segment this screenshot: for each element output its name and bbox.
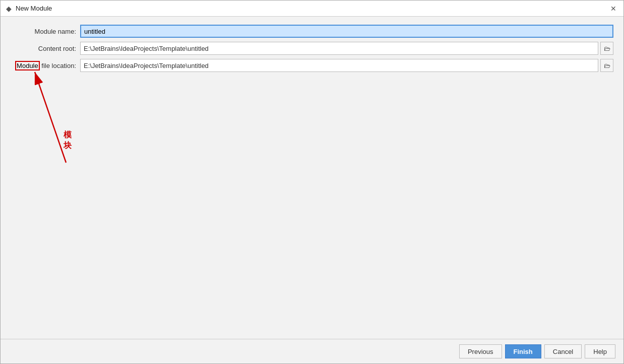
content-root-label: Content root: bbox=[11, 45, 76, 52]
cancel-button[interactable]: Cancel bbox=[544, 344, 582, 358]
dialog-content: Module name: Content root: 🗁 Module bbox=[1, 17, 623, 339]
annotation-text: 模块 bbox=[64, 130, 72, 151]
content-root-browse-button[interactable]: 🗁 bbox=[600, 42, 613, 55]
module-file-input[interactable] bbox=[80, 59, 598, 72]
module-file-label: Module file location: bbox=[11, 61, 76, 70]
window-icon: ◆ bbox=[5, 5, 13, 13]
module-highlight: Module bbox=[15, 61, 40, 70]
form-area: Module name: Content root: 🗁 Module bbox=[11, 25, 613, 72]
folder-icon: 🗁 bbox=[604, 45, 610, 52]
svg-line-1 bbox=[35, 72, 66, 163]
previous-button[interactable]: Previous bbox=[459, 344, 502, 358]
window-title: New Module bbox=[16, 5, 52, 12]
module-name-row: Module name: bbox=[11, 25, 613, 38]
content-root-row: Content root: 🗁 bbox=[11, 42, 613, 55]
folder-icon-2: 🗁 bbox=[604, 62, 610, 69]
title-bar: ◆ New Module ✕ bbox=[1, 1, 623, 17]
module-name-label: Module name: bbox=[11, 28, 76, 35]
content-root-input[interactable] bbox=[80, 42, 598, 55]
finish-button[interactable]: Finish bbox=[505, 344, 541, 358]
dialog-footer: Previous Finish Cancel Help bbox=[1, 339, 623, 363]
module-file-browse-button[interactable]: 🗁 bbox=[600, 59, 613, 72]
module-name-input[interactable] bbox=[80, 25, 613, 38]
help-button[interactable]: Help bbox=[585, 344, 615, 358]
content-root-input-wrapper: 🗁 bbox=[80, 42, 613, 55]
module-name-input-wrapper bbox=[80, 25, 613, 38]
module-file-input-wrapper: 🗁 bbox=[80, 59, 613, 72]
close-button[interactable]: ✕ bbox=[607, 4, 619, 13]
annotation-arrow-svg bbox=[16, 52, 116, 193]
dialog-window: ◆ New Module ✕ Module name: Content root… bbox=[0, 0, 624, 364]
title-bar-left: ◆ New Module bbox=[5, 5, 52, 13]
module-file-row: Module file location: 🗁 bbox=[11, 59, 613, 72]
